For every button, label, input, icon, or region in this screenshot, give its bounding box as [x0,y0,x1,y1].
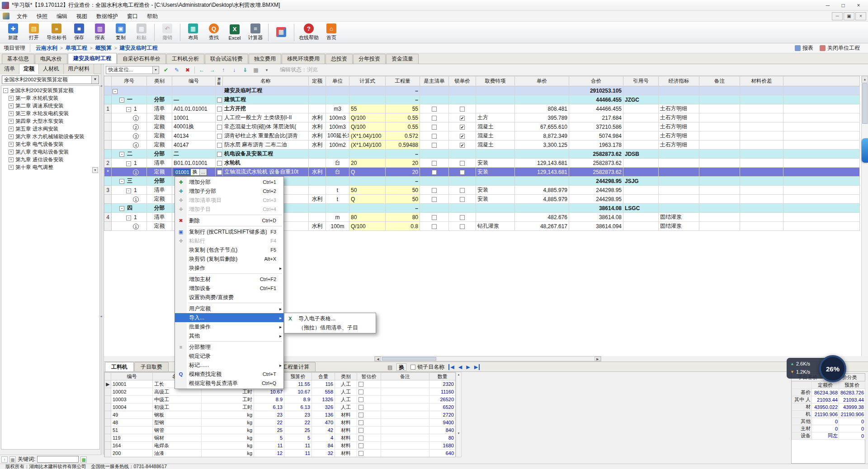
bottom-tab-子目取费[interactable]: 子目取费 [134,362,169,371]
column-header-备注[interactable]: 备注 [699,76,740,86]
tree-item[interactable]: +第九章 通信设备安装 [1,156,99,164]
menu-item-复制行 (按CRTL或SHIFT键多选)[interactable]: ▣复制行 (按CRTL或SHIFT键多选)F3 [175,227,283,236]
library-tab-定额[interactable]: 定额 [19,64,39,74]
shield-checkbox[interactable] [217,152,222,157]
menu-item-增加主材[interactable]: 增加主材Ctrl+F2 [175,275,283,284]
menu-item-增加子分部[interactable]: ✚增加子分部Ctrl+2 [175,187,283,196]
shield-checkbox[interactable] [217,98,222,103]
column-header-编号[interactable]: 编号 [172,76,216,86]
tab-移民环境费用[interactable]: 移民环境费用 [282,54,325,64]
column-header-定额[interactable]: 定额 [309,76,326,86]
next-record-button[interactable]: ▶ [466,364,470,370]
grid-row[interactable]: 3定额40134沥青砂柱止水 重量配合比(沥青水利100延长米(X*1.04)/… [104,131,860,141]
menu-文件[interactable]: 文件 [12,11,32,21]
tree-item[interactable]: +第八章 变电站设备安装 [1,148,99,156]
tree-item[interactable]: +第五章 进水阀安装 [1,125,99,133]
swap-button[interactable]: 换 [396,363,406,371]
keyword-input[interactable] [37,456,79,463]
estimate-checkbox[interactable] [359,389,363,394]
estimate-checkbox[interactable] [359,413,363,417]
column-header-编号[interactable]: 编号 [111,373,153,380]
tab-工料机分析[interactable]: 工料机分析 [166,54,204,64]
menu-item-批量操作[interactable]: 批量操作▸ [175,322,283,331]
estimate-checkbox[interactable] [359,428,363,433]
tree-item[interactable]: +第四章 大型水泵安装 [1,117,99,125]
menu-快照[interactable]: 快照 [32,11,52,21]
estimate-checkbox[interactable] [359,397,363,402]
menu-item-其他[interactable]: 其他▸ [175,331,283,340]
main-list-checkbox[interactable] [432,170,437,175]
grid-row[interactable]: -一分部—建筑工程–44466.455JZGC [104,95,860,104]
lock-price-checkbox[interactable] [460,107,465,112]
menu-窗口[interactable]: 窗口 [123,11,142,21]
report-link[interactable]: 报表 [795,44,813,52]
main-list-checkbox[interactable] [432,197,437,202]
tree-root[interactable]: -全国水利2002安装预算定额 [1,87,99,94]
collapse-icon[interactable]: - [126,161,131,166]
resource-row[interactable]: 164电焊条kg111184材料1680 [105,442,456,450]
main-list-checkbox[interactable] [432,224,437,229]
scroll-right-icon[interactable]: ▶ [594,356,601,361]
expand-icon[interactable]: + [9,96,14,101]
shield-checkbox[interactable] [217,107,222,112]
expand-icon[interactable]: + [9,165,14,170]
edit-icon[interactable]: ✎ [173,66,181,74]
estimate-checkbox[interactable] [359,405,363,410]
grid-row[interactable]: 2定额40001换常态混凝土坝(砌)体 薄层浇筑(水利100m3Q/1000.5… [104,122,860,131]
复制-button[interactable]: ▣复制 [110,23,131,42]
breadcrumb-item[interactable]: 单项工程 [65,44,88,52]
column-header-工程量[interactable]: 工程量 [386,76,420,86]
shield-checkbox[interactable] [217,116,222,121]
保存-button[interactable]: ■保存 [69,23,90,42]
column-header-取费特项[interactable]: 取费特项 [476,76,515,86]
menu-视图[interactable]: 视图 [72,11,92,21]
menu-item-增加分部[interactable]: ✚增加分部Ctrl+1 [175,178,283,187]
code-input[interactable]: 01001 [174,169,191,175]
expand-icon[interactable]: + [9,134,14,139]
grid-filter-icon[interactable]: ▦ [9,456,16,463]
lock-subitem-option[interactable]: 锁子目名称 [410,363,444,371]
column-header-暂估价[interactable]: 暂估价 [357,373,381,380]
menu-item-块剪切 (复制后删除)[interactable]: 块剪切 (复制后删除)Alt+X [175,254,283,263]
tab-自采砂石料单价[interactable]: 自采砂石料单价 [117,54,166,64]
bottom-tab-工料机[interactable]: 工料机 [105,362,134,371]
menu-item-分部整理[interactable]: ≡分部整理 [175,342,283,352]
code-editor[interactable]: 01001换… [174,169,207,176]
resource-row[interactable]: 48型钢kg2222470材料9400 [105,419,456,427]
swap-button[interactable]: 换 [191,169,199,175]
estimate-checkbox[interactable] [359,451,363,456]
maximize-button[interactable]: □ [835,1,851,10]
column-header-经济指标[interactable]: 经济指标 [659,76,699,86]
resource-row[interactable]: 200油漆kg121132材料640 [105,450,456,457]
lock-price-checkbox[interactable]: ✔ [460,116,465,121]
move-up-icon[interactable]: ↑ [219,66,227,74]
main-list-checkbox[interactable] [432,125,437,130]
collapse-icon[interactable]: - [113,89,118,94]
collapse-icon[interactable]: - [119,206,124,211]
column-header-锁单价[interactable]: 锁单价 [449,76,476,86]
library-tab-清单[interactable]: 清单 [0,64,19,74]
tree-item[interactable]: +第二章 调速系统安装 [1,102,99,110]
导出标书-button[interactable]: »导出标书 [44,23,69,42]
lock-price-checkbox[interactable] [460,170,465,175]
menu-item-根据定额号反查清单[interactable]: 根据定额号反查清单Ctrl+Q [175,379,283,388]
tab-电风水价[interactable]: 电风水价 [35,54,67,64]
grid-row[interactable]: 1定额10001人工挖一般土方 土类级别I-II水利100m3Q/1000.55… [104,113,860,122]
expand-icon[interactable]: + [9,103,14,108]
move-left-icon[interactable]: ← [198,66,206,74]
main-list-checkbox[interactable] [432,134,437,139]
scroll-up-icon[interactable]: ▲ [862,76,868,83]
tab-基本信息[interactable]: 基本信息 [2,54,34,64]
collapse-icon[interactable]: - [126,216,131,220]
lock-price-checkbox[interactable]: ✔ [460,143,465,148]
新建-button[interactable]: ✚新建 [3,23,24,42]
tab-独立费用[interactable]: 独立费用 [249,54,281,64]
column-header-合量[interactable]: 合量 [312,373,335,380]
expand-icon[interactable]: + [9,142,14,147]
main-list-checkbox[interactable] [432,188,437,193]
column-header-名称[interactable]: 名称 [223,76,309,86]
resource-row[interactable]: 119铜材kg554材料80 [105,434,456,442]
menu-item-增加设备[interactable]: 增加设备Ctrl+F1 [175,284,283,293]
resource-table-scrollbar[interactable]: ▲▼ [456,372,462,457]
mdi-restore-button[interactable]: ▣ [844,12,854,20]
